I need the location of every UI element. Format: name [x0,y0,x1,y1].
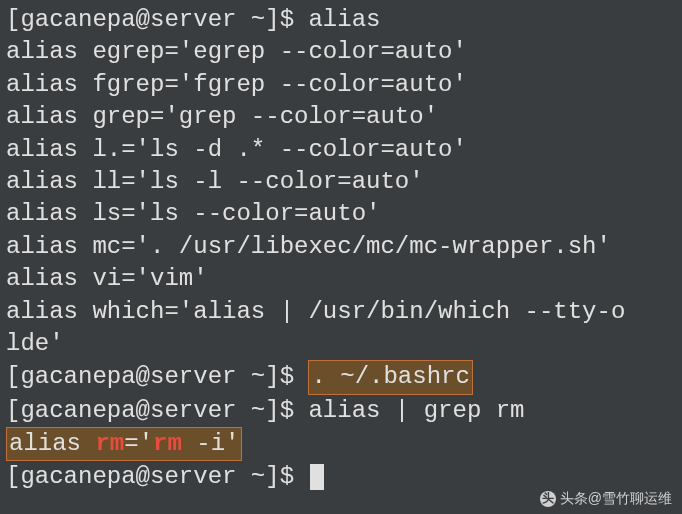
prompt-text: [gacanepa@server ~]$ [6,463,308,490]
alias-rm-line: alias rm='rm -i' [6,427,676,461]
alias-output-line: alias fgrep='fgrep --color=auto' [6,69,676,101]
highlighted-command: . ~/.bashrc [308,360,472,394]
alias-output-line: alias ls='ls --color=auto' [6,198,676,230]
alias-output-line: lde' [6,328,676,360]
grep-match: rm [95,430,124,457]
highlighted-output: alias rm='rm -i' [6,427,242,461]
watermark-text: 头条@雪竹聊运维 [560,489,672,508]
terminal-prompt-line: [gacanepa@server ~]$ alias [6,4,676,36]
alias-output-line: alias grep='grep --color=auto' [6,101,676,133]
watermark: 头 头条@雪竹聊运维 [540,489,672,508]
alias-output-line: alias which='alias | /usr/bin/which --tt… [6,296,676,328]
terminal-prompt-line: [gacanepa@server ~]$ . ~/.bashrc [6,360,676,394]
grep-match: rm [153,430,182,457]
cursor-icon [310,464,324,490]
prompt-text: [gacanepa@server ~]$ [6,363,308,390]
watermark-icon: 头 [540,491,556,507]
alias-output-line: alias egrep='egrep --color=auto' [6,36,676,68]
alias-output-line: alias l.='ls -d .* --color=auto' [6,134,676,166]
alias-output-line: alias ll='ls -l --color=auto' [6,166,676,198]
alias-output-line: alias vi='vim' [6,263,676,295]
alias-output-line: alias mc='. /usr/libexec/mc/mc-wrapper.s… [6,231,676,263]
terminal-prompt-line: [gacanepa@server ~]$ alias | grep rm [6,395,676,427]
